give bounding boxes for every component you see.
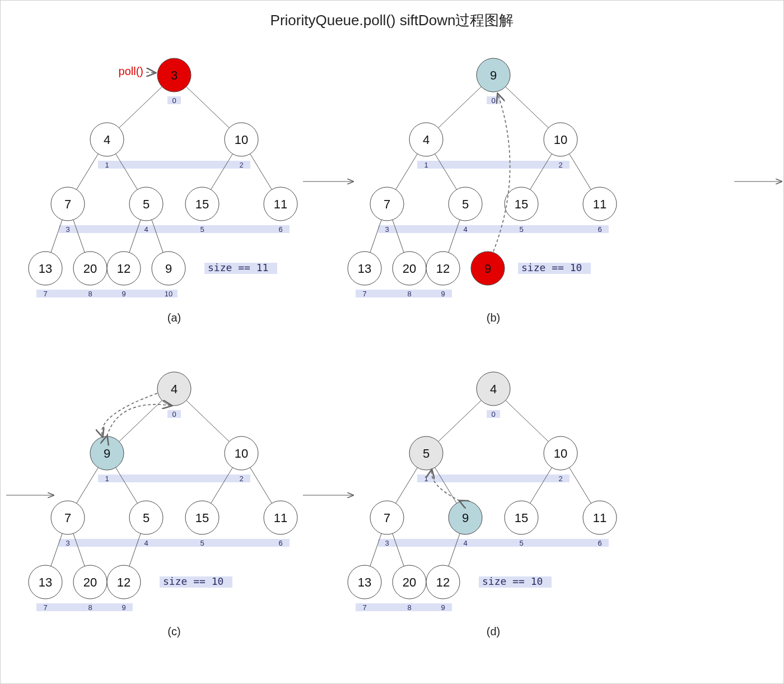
node-9-index: 9 [122,290,125,298]
poll-label: poll() [119,65,143,77]
node-5-index: 5 [200,539,204,547]
node-1-value: 5 [423,446,430,460]
node-0-index: 0 [172,96,176,105]
node-1-value: 4 [104,133,110,147]
node-0-index: 0 [172,410,176,418]
panel-label: (a) [167,311,181,324]
node-1-value: 4 [423,133,430,147]
node-4-value: 5 [462,197,469,211]
node-5-value: 15 [195,197,209,211]
swap-arrow-icon [107,404,171,436]
node-4-value: 9 [462,511,469,525]
node-6-index: 6 [598,225,601,234]
node-5-value: 15 [195,511,209,525]
node-10-value: 9 [484,262,491,276]
node-4-value: 5 [143,197,150,211]
node-2-index: 2 [558,474,562,483]
panel-label: (d) [487,625,500,638]
node-7-index: 7 [362,603,366,612]
node-3-index: 3 [385,225,389,234]
node-10-index: 10 [165,290,172,298]
node-9-index: 9 [441,603,445,612]
node-8-value: 20 [83,575,97,589]
node-6-index: 6 [598,539,601,547]
node-9-value: 12 [436,575,450,589]
index-band [36,290,178,297]
node-0-value: 4 [171,382,178,396]
node-4-index: 4 [463,225,467,234]
panel-label: (c) [167,625,180,638]
node-8-index: 8 [407,603,411,612]
node-7-value: 13 [358,575,371,589]
panel-a: 30411027354155116137208129910size == 11(… [29,58,297,324]
node-2-index: 2 [558,161,562,169]
size-label: size == 10 [482,575,543,587]
node-8-index: 8 [407,290,411,298]
node-6-index: 6 [278,225,282,234]
node-0-value: 3 [171,68,178,82]
node-5-index: 5 [200,225,204,234]
node-2-value: 10 [235,446,248,460]
index-band [378,225,609,233]
index-band [59,539,290,547]
node-6-value: 11 [593,511,606,525]
node-0-value: 4 [490,382,497,396]
size-label: size == 10 [163,575,223,587]
node-9-index: 9 [441,290,445,298]
node-5-index: 5 [519,539,523,547]
node-3-index: 3 [385,539,389,547]
diagram-title: PriorityQueue.poll() siftDown过程图解 [1,1,783,30]
node-7-value: 13 [39,262,52,276]
node-4-value: 5 [143,511,150,525]
node-7-index: 7 [43,603,47,612]
node-8-value: 20 [403,262,416,276]
node-7-index: 7 [43,290,47,298]
node-0-value: 9 [490,68,497,82]
size-label: size == 10 [521,262,582,273]
node-6-index: 6 [278,539,282,547]
node-1-index: 1 [105,161,109,169]
swap-arrow-icon [102,393,157,436]
node-8-value: 20 [83,262,97,276]
node-0-index: 0 [491,96,495,105]
node-4-index: 4 [463,539,467,547]
node-3-index: 3 [66,539,69,547]
node-6-value: 11 [274,197,287,211]
node-9-index: 9 [122,603,125,612]
panel-c: 40911027354155116137208129size == 10(c) [29,372,297,638]
size-label: size == 11 [208,262,268,273]
node-5-value: 15 [515,197,528,211]
index-band [36,603,133,611]
node-2-value: 10 [554,133,567,147]
node-8-value: 20 [403,575,416,589]
node-3-value: 7 [64,197,71,211]
node-6-value: 11 [593,197,606,211]
node-8-index: 8 [88,290,92,298]
poll-arrow-icon [146,72,155,73]
node-9-value: 12 [436,262,450,276]
node-1-index: 1 [424,474,428,483]
diagram-canvas: 30411027354155116137208129910size == 11(… [1,30,784,684]
node-4-index: 4 [144,539,148,547]
node-9-value: 12 [117,575,130,589]
index-band [378,539,609,547]
node-3-value: 7 [384,511,390,525]
node-10-value: 9 [165,262,172,276]
panel-label: (b) [487,311,500,324]
node-0-index: 0 [491,410,495,418]
node-3-value: 7 [384,197,390,211]
node-5-index: 5 [519,225,523,234]
node-2-index: 2 [239,161,243,169]
index-band [356,290,452,297]
panel-d: 40511027394155116137208129size == 10(d) [348,372,617,638]
node-5-value: 15 [515,511,528,525]
node-3-value: 7 [64,511,71,525]
node-6-value: 11 [274,511,287,525]
index-band [59,225,290,233]
node-3-index: 3 [66,225,69,234]
node-2-value: 10 [554,446,567,460]
node-2-index: 2 [239,474,243,483]
node-7-value: 13 [39,575,52,589]
index-band [356,603,452,611]
node-7-index: 7 [362,290,366,298]
